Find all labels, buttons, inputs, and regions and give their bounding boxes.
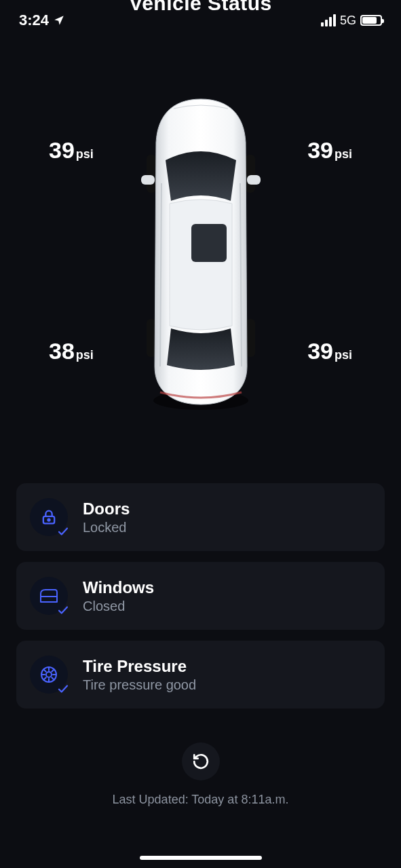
tire-unit: psi <box>76 348 94 362</box>
tire-subtitle: Tire pressure good <box>83 677 196 693</box>
svg-point-9 <box>47 519 50 521</box>
last-updated-label: Last Updated: Today at 8:11a.m. <box>113 793 289 807</box>
status-time: 3:24 <box>19 12 49 29</box>
refresh-icon <box>192 753 210 770</box>
refresh-button[interactable] <box>182 742 220 780</box>
tire-unit: psi <box>335 147 352 162</box>
tire-fr-value: 39 <box>307 137 333 164</box>
tire-text: Tire Pressure Tire pressure good <box>83 657 196 693</box>
battery-icon <box>360 15 382 26</box>
tire-front-right: 39psi <box>307 137 352 164</box>
doors-title: Doors <box>83 499 130 518</box>
tire-front-left: 39psi <box>49 137 94 164</box>
status-right-group: 5G <box>321 14 382 28</box>
svg-line-17 <box>43 669 46 672</box>
svg-rect-1 <box>147 155 156 193</box>
windows-subtitle: Closed <box>83 599 154 614</box>
tire-title: Tire Pressure <box>83 657 196 676</box>
svg-line-20 <box>43 677 46 680</box>
check-icon <box>57 683 69 695</box>
check-icon <box>57 604 69 616</box>
svg-line-18 <box>52 677 54 680</box>
svg-point-12 <box>46 672 52 677</box>
windows-card[interactable]: Windows Closed <box>16 562 385 630</box>
vehicle-diagram: 39psi 39psi 38psi 39psi <box>0 88 401 448</box>
location-icon <box>53 14 65 26</box>
status-time-group: 3:24 <box>19 12 65 29</box>
tire-unit: psi <box>76 147 94 162</box>
svg-rect-6 <box>247 175 261 185</box>
tire-pressure-card[interactable]: Tire Pressure Tire pressure good <box>16 641 385 709</box>
svg-rect-2 <box>246 155 255 193</box>
network-label: 5G <box>340 14 356 28</box>
svg-rect-5 <box>141 175 155 185</box>
svg-line-19 <box>52 669 54 672</box>
doors-subtitle: Locked <box>83 520 130 535</box>
doors-card[interactable]: Doors Locked <box>16 483 385 551</box>
tire-rear-right: 39psi <box>307 338 352 364</box>
tire-fl-value: 39 <box>49 137 75 164</box>
windows-text: Windows Closed <box>83 578 154 614</box>
lock-icon <box>30 498 68 536</box>
car-top-view-icon <box>140 95 262 414</box>
status-bar: 3:24 5G <box>0 0 401 41</box>
tire-icon <box>30 656 68 694</box>
refresh-section: Last Updated: Today at 8:11a.m. <box>0 742 401 807</box>
home-indicator[interactable] <box>140 856 262 860</box>
svg-rect-7 <box>191 224 227 262</box>
tire-unit: psi <box>335 348 352 362</box>
check-icon <box>57 525 69 537</box>
tire-rear-left: 38psi <box>49 338 94 364</box>
status-cards: Doors Locked Windows Closed <box>16 483 385 709</box>
windows-title: Windows <box>83 578 154 597</box>
window-icon <box>30 577 68 615</box>
tire-rr-value: 39 <box>307 338 333 364</box>
signal-icon <box>321 14 336 26</box>
doors-text: Doors Locked <box>83 499 130 535</box>
tire-rl-value: 38 <box>49 338 75 364</box>
